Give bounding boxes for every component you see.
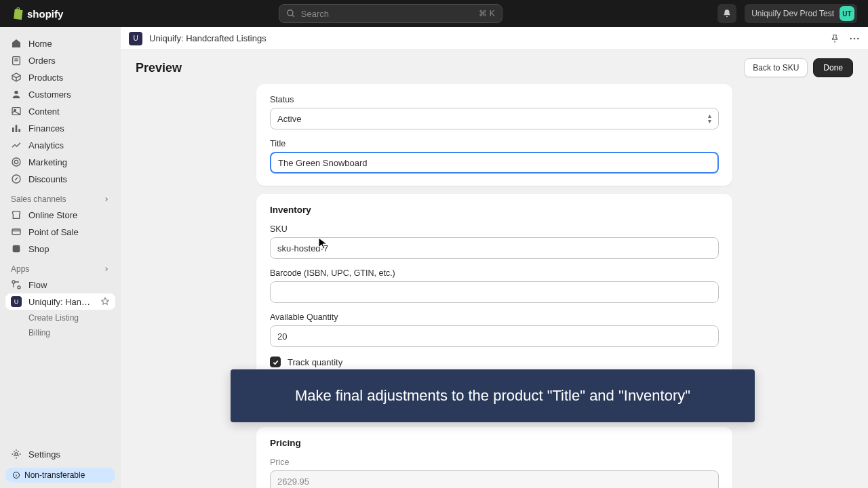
status-select[interactable]: Active ▴▾ <box>270 108 719 129</box>
gear-icon <box>11 449 22 460</box>
sidebar-item-label: Marketing <box>28 157 67 167</box>
sidebar-item-label: Discounts <box>28 174 67 184</box>
sidebar: Home Orders Products Customers Content F… <box>0 27 121 488</box>
account-name: Uniquify Dev Prod Test <box>751 9 834 18</box>
topbar-right: Uniquify Dev Prod Test UT <box>717 4 857 23</box>
sidebar-item-finances[interactable]: Finances <box>5 120 115 136</box>
search-shortcut: ⌘ K <box>479 9 494 18</box>
sidebar-item-flow[interactable]: Flow <box>5 277 115 293</box>
app-header-icon: U <box>129 32 142 45</box>
title-input[interactable] <box>270 152 719 174</box>
sidebar-item-uniquify[interactable]: U Uniquify: Handcrafte... <box>5 293 115 310</box>
logo-text: shopify <box>27 8 63 20</box>
search-icon <box>286 9 296 18</box>
status-title-card: Status Active ▴▾ Title <box>256 84 732 186</box>
sidebar-item-label: Online Store <box>28 210 77 220</box>
svg-point-8 <box>12 158 20 166</box>
inventory-heading: Inventory <box>270 205 719 215</box>
pin-icon[interactable] <box>100 297 110 306</box>
sidebar-item-online-store[interactable]: Online Store <box>5 207 115 223</box>
status-label: Status <box>270 95 719 104</box>
topbar-left: shopify <box>11 7 63 20</box>
customers-icon <box>11 89 22 100</box>
account-menu[interactable]: Uniquify Dev Prod Test UT <box>745 4 857 23</box>
instruction-tooltip: Make final adjustments to the product "T… <box>231 369 755 422</box>
svg-rect-11 <box>12 229 20 235</box>
preview-header: Preview Back to SKU Done <box>121 50 868 84</box>
discounts-icon <box>11 174 22 184</box>
barcode-input[interactable] <box>270 281 719 303</box>
main-content: Preview Back to SKU Done Status Active ▴… <box>121 50 868 488</box>
products-icon <box>11 72 22 83</box>
shop-icon <box>11 243 22 254</box>
notifications-button[interactable] <box>717 4 736 23</box>
analytics-icon <box>11 140 22 150</box>
track-quantity-row[interactable]: Track quantity <box>270 357 719 367</box>
badge-text: Non-transferable <box>24 470 85 480</box>
sidebar-item-pos[interactable]: Point of Sale <box>5 224 115 240</box>
check-icon <box>272 359 279 366</box>
sidebar-item-discounts[interactable]: Discounts <box>5 171 115 187</box>
sidebar-item-analytics[interactable]: Analytics <box>5 137 115 153</box>
back-to-sku-button[interactable]: Back to SKU <box>744 58 808 77</box>
sidebar-item-label: Customers <box>28 89 71 100</box>
pricing-card: Pricing Price <box>256 427 732 488</box>
sales-channels-header[interactable]: Sales channels <box>5 188 115 207</box>
sidebar-item-label: Point of Sale <box>28 227 79 237</box>
svg-point-20 <box>850 37 852 39</box>
title-label: Title <box>270 139 719 148</box>
shopify-bag-icon <box>11 7 24 20</box>
sidebar-item-settings[interactable]: Settings <box>5 445 115 464</box>
sidebar-bottom: Settings Non-transferable <box>0 439 121 488</box>
sku-label: SKU <box>270 224 719 234</box>
section-label: Apps <box>11 264 29 274</box>
done-button[interactable]: Done <box>813 58 853 77</box>
sidebar-item-shop[interactable]: Shop <box>5 241 115 257</box>
search-placeholder: Search <box>301 9 329 19</box>
search-input[interactable]: Search ⌘ K <box>279 4 502 23</box>
sidebar-item-products[interactable]: Products <box>5 69 115 85</box>
svg-point-0 <box>288 10 293 16</box>
track-quantity-checkbox[interactable] <box>270 357 281 367</box>
finances-icon <box>11 123 22 134</box>
flow-icon <box>11 279 22 290</box>
svg-line-1 <box>292 15 294 17</box>
non-transferable-badge[interactable]: Non-transferable <box>5 468 115 483</box>
app-header-title: Uniquify: Handcrafted Listings <box>149 33 267 43</box>
sidebar-item-home[interactable]: Home <box>5 35 115 52</box>
pricing-heading: Pricing <box>270 438 719 448</box>
sku-input[interactable] <box>270 237 719 259</box>
avatar: UT <box>840 6 854 21</box>
sidebar-item-content[interactable]: Content <box>5 103 115 119</box>
info-icon <box>12 471 20 479</box>
sidebar-item-label: Analytics <box>28 140 64 150</box>
quantity-input[interactable] <box>270 325 719 347</box>
price-label: Price <box>270 458 719 467</box>
apps-header[interactable]: Apps <box>5 258 115 277</box>
section-label: Sales channels <box>11 195 66 204</box>
sidebar-sub-create-listing[interactable]: Create Listing <box>5 310 115 325</box>
sidebar-item-label: Shop <box>28 244 49 254</box>
topbar: shopify Search ⌘ K Uniquify Dev Prod Tes… <box>0 0 868 27</box>
svg-point-5 <box>14 91 18 94</box>
svg-point-15 <box>18 286 20 289</box>
more-icon[interactable] <box>849 37 860 40</box>
shopify-logo[interactable]: shopify <box>11 7 63 20</box>
pin-icon[interactable] <box>830 34 840 43</box>
sidebar-sub-billing[interactable]: Billing <box>5 325 115 340</box>
quantity-label: Available Quantity <box>270 312 719 322</box>
store-icon <box>11 209 22 220</box>
home-icon <box>11 38 22 49</box>
sidebar-item-customers[interactable]: Customers <box>5 86 115 102</box>
sidebar-item-orders[interactable]: Orders <box>5 52 115 68</box>
svg-point-22 <box>857 37 859 39</box>
price-input[interactable] <box>270 470 719 488</box>
track-quantity-label: Track quantity <box>288 357 342 367</box>
sidebar-item-marketing[interactable]: Marketing <box>5 154 115 170</box>
status-value: Active <box>277 114 301 124</box>
orders-icon <box>11 55 22 66</box>
sidebar-item-label: Uniquify: Handcrafte... <box>28 297 94 307</box>
svg-point-14 <box>12 281 15 283</box>
pos-icon <box>11 226 22 237</box>
sidebar-item-label: Orders <box>28 56 56 66</box>
